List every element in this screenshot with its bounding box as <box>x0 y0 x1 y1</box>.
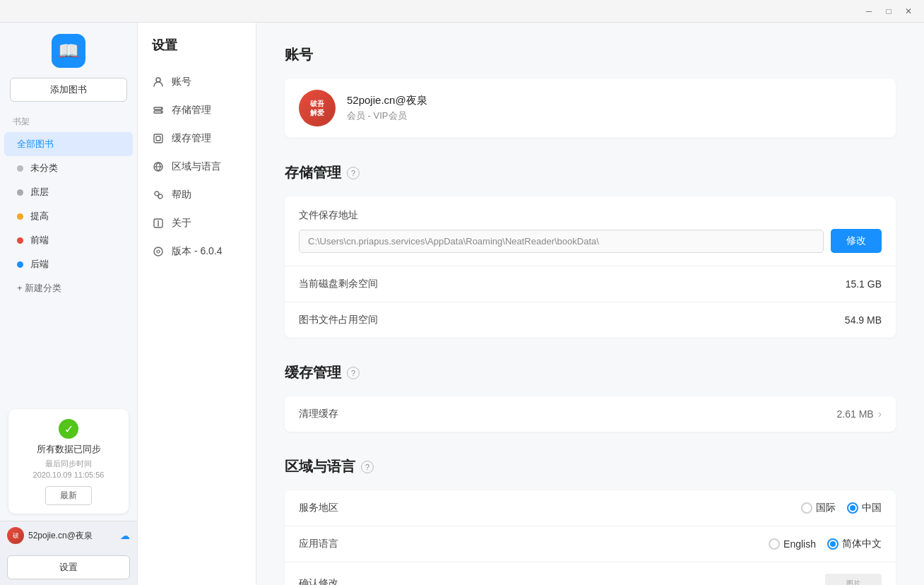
user-bar: 破 52pojie.cn@夜泉 ☁ <box>0 521 137 550</box>
cache-right: 2.61 MB › <box>837 408 882 420</box>
cloud-sync-icon[interactable]: ☁ <box>120 530 130 541</box>
nav-title: 设置 <box>138 37 256 68</box>
svg-point-15 <box>154 247 162 256</box>
confirm-row: 确认修改 图片 <box>285 562 896 585</box>
nav-item-label: 缓存管理 <box>172 132 211 145</box>
cache-card: 清理缓存 2.61 MB › <box>285 396 896 432</box>
sidebar-item-label: 全部图书 <box>17 138 54 150</box>
region-option-international[interactable]: 国际 <box>801 502 836 514</box>
svg-point-16 <box>157 250 160 253</box>
sidebar-item-uncategorized[interactable]: 未分类 <box>4 156 133 180</box>
language-option-english[interactable]: English <box>769 538 816 550</box>
file-path-input-row: 修改 <box>299 229 882 253</box>
app-body: 📖 添加图书 书架 全部图书 未分类 庶层 提高 前端 后端 + 新建分类 <box>0 23 924 585</box>
cache-section-row: 缓存管理 ? <box>285 363 896 382</box>
nav-item-about[interactable]: 关于 <box>138 209 256 237</box>
sidebar-item-all[interactable]: 全部图书 <box>4 132 133 156</box>
language-radio-group: English 简体中文 <box>769 538 882 550</box>
settings-button[interactable]: 设置 <box>7 555 130 579</box>
language-radio-english <box>769 538 780 550</box>
nav-item-label: 存储管理 <box>172 104 211 117</box>
book-size-value: 54.9 MB <box>845 314 882 326</box>
cache-size-value: 2.61 MB <box>837 408 874 420</box>
svg-line-11 <box>159 195 160 196</box>
sidebar: 📖 添加图书 书架 全部图书 未分类 庶层 提高 前端 后端 + 新建分类 <box>0 23 138 585</box>
minimize-button[interactable]: ─ <box>859 4 879 18</box>
sync-title: 所有数据已同步 <box>17 443 120 456</box>
region-option-label: 中国 <box>862 502 882 514</box>
add-category-button[interactable]: + 新建分类 <box>4 276 133 300</box>
region-card: 服务地区 国际 中国 应用语言 Engli <box>285 490 896 585</box>
sync-status-box: ✓ 所有数据已同步 最后同步时间 2020.10.09 11:05:56 最新 <box>8 409 129 514</box>
user-name-small: 52pojie.cn@夜泉 <box>28 530 116 542</box>
storage-help-icon[interactable]: ? <box>347 167 360 179</box>
book-size-label: 图书文件占用空间 <box>299 314 378 326</box>
nav-item-storage[interactable]: 存储管理 <box>138 96 256 124</box>
close-button[interactable]: ✕ <box>899 4 918 18</box>
disk-space-label: 当前磁盘剩余空间 <box>299 278 378 290</box>
bookshelf-section-label: 书架 <box>0 113 137 132</box>
cache-section-title: 缓存管理 <box>285 363 341 382</box>
nav-item-label: 帮助 <box>172 189 191 201</box>
nav-item-account[interactable]: 账号 <box>138 68 256 96</box>
language-radio-chinese <box>827 538 839 550</box>
nav-item-label: 区域与语言 <box>172 160 221 173</box>
region-radio-group: 国际 中国 <box>801 502 882 514</box>
region-section-title: 区域与语言 <box>285 457 355 476</box>
account-nav-icon <box>152 76 165 88</box>
add-book-button[interactable]: 添加图书 <box>10 78 127 102</box>
region-help-icon[interactable]: ? <box>361 461 374 473</box>
file-path-input[interactable] <box>299 230 824 253</box>
maximize-button[interactable]: □ <box>879 4 899 18</box>
nav-item-region[interactable]: 区域与语言 <box>138 153 256 181</box>
sidebar-item-label: 后端 <box>30 258 49 271</box>
service-region-row: 服务地区 国际 中国 <box>285 490 896 526</box>
account-vip-label: 会员 - VIP会员 <box>347 110 427 122</box>
modify-path-button[interactable]: 修改 <box>831 229 882 253</box>
sidebar-item-label: 提高 <box>30 210 49 223</box>
about-nav-icon <box>152 217 165 230</box>
language-option-label: English <box>783 538 816 550</box>
sidebar-item-label: 未分类 <box>30 162 58 175</box>
language-option-label: 简体中文 <box>842 538 882 550</box>
sidebar-item-bottom[interactable]: 庶层 <box>4 180 133 204</box>
sidebar-item-backend[interactable]: 后端 <box>4 252 133 276</box>
refresh-button[interactable]: 最新 <box>45 486 92 505</box>
region-option-china[interactable]: 中国 <box>847 502 882 514</box>
language-option-chinese[interactable]: 简体中文 <box>827 538 882 550</box>
storage-section-title: 存储管理 <box>285 163 341 182</box>
cache-nav-icon <box>152 132 165 145</box>
sidebar-dot-backend <box>17 261 23 268</box>
sync-success-icon: ✓ <box>59 419 78 439</box>
sync-subtitle: 最后同步时间 <box>17 459 120 469</box>
sidebar-item-label: 庶层 <box>30 186 49 199</box>
clear-cache-label: 清理缓存 <box>299 408 338 420</box>
account-section-title: 账号 <box>285 45 896 64</box>
sidebar-item-frontend[interactable]: 前端 <box>4 228 133 252</box>
help-nav-icon <box>152 189 165 201</box>
disk-space-value: 15.1 GB <box>846 278 882 290</box>
confirm-image-placeholder: 图片 <box>825 574 882 585</box>
user-avatar-large: 破吾解爱 <box>299 90 336 126</box>
sidebar-dot-bottom <box>17 189 23 196</box>
sidebar-dot-improve <box>17 213 23 220</box>
svg-point-4 <box>161 112 162 113</box>
clear-cache-row[interactable]: 清理缓存 2.61 MB › <box>285 396 896 432</box>
region-option-label: 国际 <box>816 502 836 514</box>
storage-nav-icon <box>152 104 165 117</box>
book-size-row: 图书文件占用空间 54.9 MB <box>285 302 896 338</box>
nav-item-version[interactable]: 版本 - 6.0.4 <box>138 237 256 266</box>
nav-item-help[interactable]: 帮助 <box>138 181 256 209</box>
nav-item-cache[interactable]: 缓存管理 <box>138 124 256 153</box>
storage-section-row: 存储管理 ? <box>285 163 896 182</box>
settings-bar: 设置 <box>0 550 137 585</box>
middle-nav: 设置 账号 存储管理 <box>138 23 256 585</box>
nav-item-label: 关于 <box>172 217 191 230</box>
cache-help-icon[interactable]: ? <box>347 367 360 379</box>
account-name: 52pojie.cn@夜泉 <box>347 94 427 107</box>
region-radio-international <box>801 502 812 514</box>
sidebar-item-improve[interactable]: 提高 <box>4 204 133 228</box>
sidebar-item-label: 前端 <box>30 234 49 247</box>
sync-time: 2020.10.09 11:05:56 <box>17 471 120 479</box>
svg-rect-6 <box>156 136 160 141</box>
